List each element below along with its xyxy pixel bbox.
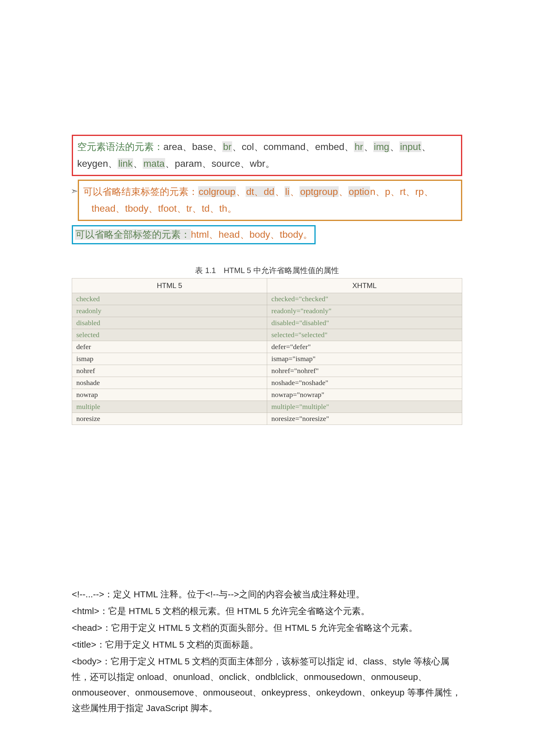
box3-prefix: 可以省略全部标签的元素：	[75, 229, 191, 240]
table-cell-html5: noshade	[72, 377, 267, 389]
box2-hl-option: optio	[348, 186, 370, 197]
box2-hl-li: li	[285, 186, 290, 197]
table-header-row: HTML 5 XHTML	[72, 279, 462, 293]
table-cell-xhtml: selected="selected"	[267, 329, 462, 341]
highlight-box-omit-all-tag-wrap: 可以省略全部标签的元素：html、head、body、tbody。	[72, 225, 462, 244]
box2-prefix: 可以省略结束标签的元素：	[83, 186, 198, 197]
box1-hl-link: link	[117, 158, 133, 169]
table-cell-html5: ismap	[72, 353, 267, 365]
table-cell-html5: multiple	[72, 401, 267, 413]
box1-line2-b: 、	[133, 158, 143, 169]
box2-hl-colgroup: colgroup	[198, 186, 236, 197]
def-html: <html>：它是 HTML 5 文档的根元素。但 HTML 5 允许完全省略这…	[72, 603, 462, 619]
box2-text-a: 、	[236, 186, 245, 197]
table-header-xhtml: XHTML	[267, 279, 462, 293]
table-row: ismapismap="ismap"	[72, 353, 462, 365]
highlight-box-void-elements: 空元素语法的元素：area、base、br、col、command、embed、…	[72, 135, 462, 176]
table-row: nohrefnohref="nohref"	[72, 365, 462, 377]
box1-hl-br: br	[222, 141, 232, 152]
table-cell-html5: readonly	[72, 305, 267, 317]
table-cell-xhtml: defer="defer"	[267, 341, 462, 353]
def-title: <title>：它用于定义 HTML 5 文档的页面标题。	[72, 637, 462, 652]
box1-sep2: 、	[390, 141, 399, 152]
table-cell-xhtml: multiple="multiple"	[267, 401, 462, 413]
table-row: noshadenoshade="noshade"	[72, 377, 462, 389]
highlight-box-omit-all-tag: 可以省略全部标签的元素：html、head、body、tbody。	[72, 225, 316, 244]
box1-line2-c: 、param、source、wbr。	[165, 158, 275, 169]
table-row: deferdefer="defer"	[72, 341, 462, 353]
table-cell-xhtml: nowrap="nowrap"	[267, 389, 462, 401]
table-cell-xhtml: nohref="nohref"	[267, 365, 462, 377]
box1-prefix: 空元素语法的元素：	[77, 141, 163, 152]
box1-text-b: 、col、command、embed、	[232, 141, 354, 152]
box1-text-a: area、base、	[163, 141, 222, 152]
table-row: disableddisabled="disabled"	[72, 317, 462, 329]
table-row: multiplemultiple="multiple"	[72, 401, 462, 413]
table-cell-xhtml: noresize="noresize"	[267, 413, 462, 425]
table-cell-xhtml: readonly="readonly"	[267, 305, 462, 317]
def-comment: <!--...-->：定义 HTML 注释。位于<!--与-->之间的内容会被当…	[72, 586, 462, 602]
box1-hl-img: img	[373, 141, 390, 152]
box1-hl-input: input	[399, 141, 421, 152]
box2-hl-dt-dd: dt、dd	[245, 186, 275, 197]
table-section: 表 1.1 HTML 5 中允许省略属性值的属性 HTML 5 XHTML ch…	[72, 265, 462, 425]
box2-text-c: 、	[290, 186, 299, 197]
table-row: nowrapnowrap="nowrap"	[72, 389, 462, 401]
box2-line2: thead、tbody、tfoot、tr、td、th。	[83, 203, 237, 214]
table-cell-xhtml: ismap="ismap"	[267, 353, 462, 365]
def-body: <body>：它用于定义 HTML 5 文档的页面主体部分，该标签可以指定 id…	[72, 654, 462, 716]
table-row: readonlyreadonly="readonly"	[72, 305, 462, 317]
bullet-icon: ➣	[71, 183, 78, 200]
table-row: checkedchecked="checked"	[72, 293, 462, 305]
table-cell-html5: selected	[72, 329, 267, 341]
box2-text-e: n、p、rt、rp、	[370, 186, 433, 197]
table-caption: 表 1.1 HTML 5 中允许省略属性值的属性	[72, 265, 462, 276]
table-cell-xhtml: noshade="noshade"	[267, 377, 462, 389]
table-cell-xhtml: disabled="disabled"	[267, 317, 462, 329]
table-cell-html5: nohref	[72, 365, 267, 377]
attributes-table: HTML 5 XHTML checkedchecked="checked"rea…	[72, 278, 462, 425]
box2-text-d: 、	[339, 186, 348, 197]
box1-hl-hr: hr	[354, 141, 364, 152]
table-cell-html5: checked	[72, 293, 267, 305]
box1-sep1: 、	[364, 141, 373, 152]
box2-hl-optgroup: optgroup	[299, 186, 338, 197]
highlight-box-omit-end-tag: ➣ 可以省略结束标签的元素：colgroup、dt、dd、li、optgroup…	[78, 180, 462, 221]
box1-sep3: 、	[421, 141, 431, 152]
table-cell-html5: noresize	[72, 413, 267, 425]
table-cell-html5: defer	[72, 341, 267, 353]
table-row: noresizenoresize="noresize"	[72, 413, 462, 425]
table-row: selectedselected="selected"	[72, 329, 462, 341]
box1-line2-a: keygen、	[77, 158, 117, 169]
box1-hl-mata: mata	[143, 158, 165, 169]
definitions-block: <!--...-->：定义 HTML 注释。位于<!--与-->之间的内容会被当…	[72, 586, 462, 716]
document-page: 空元素语法的元素：area、base、br、col、command、embed、…	[0, 0, 534, 756]
table-header-html5: HTML 5	[72, 279, 267, 293]
table-cell-xhtml: checked="checked"	[267, 293, 462, 305]
box3-rest: html、head、body、tbody。	[191, 229, 313, 240]
box2-text-b: 、	[275, 186, 285, 197]
table-cell-html5: nowrap	[72, 389, 267, 401]
table-cell-html5: disabled	[72, 317, 267, 329]
def-head: <head>：它用于定义 HTML 5 文档的页面头部分。但 HTML 5 允许…	[72, 620, 462, 635]
